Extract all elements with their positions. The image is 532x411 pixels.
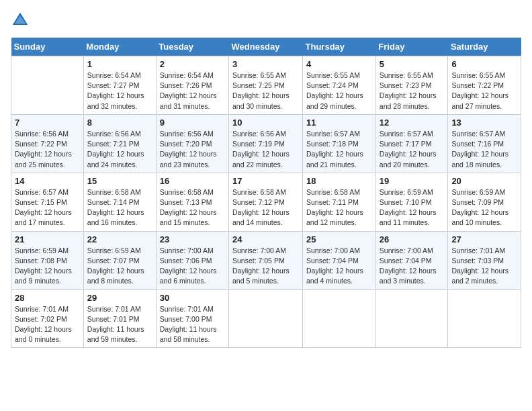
day-info: Sunrise: 6:56 AM Sunset: 7:19 PM Dayligh… — [232, 129, 299, 170]
calendar-cell: 28Sunrise: 7:01 AM Sunset: 7:02 PM Dayli… — [11, 289, 84, 348]
day-number: 15 — [87, 176, 152, 186]
day-number: 16 — [160, 176, 225, 186]
day-number: 17 — [232, 176, 299, 186]
calendar-cell: 21Sunrise: 6:59 AM Sunset: 7:08 PM Dayli… — [11, 231, 84, 289]
calendar-cell — [229, 289, 303, 348]
day-number: 12 — [380, 118, 445, 128]
calendar-cell: 10Sunrise: 6:56 AM Sunset: 7:19 PM Dayli… — [229, 114, 303, 173]
calendar-header: SundayMondayTuesdayWednesdayThursdayFrid… — [11, 38, 521, 56]
day-number: 11 — [306, 118, 372, 128]
calendar-cell: 26Sunrise: 7:00 AM Sunset: 7:04 PM Dayli… — [375, 231, 448, 289]
day-info: Sunrise: 6:59 AM Sunset: 7:10 PM Dayligh… — [380, 187, 445, 228]
day-number: 20 — [451, 176, 517, 186]
calendar-cell: 7Sunrise: 6:56 AM Sunset: 7:22 PM Daylig… — [11, 114, 84, 173]
calendar-cell: 22Sunrise: 6:59 AM Sunset: 7:07 PM Dayli… — [83, 231, 156, 289]
calendar-week-3: 14Sunrise: 6:57 AM Sunset: 7:15 PM Dayli… — [11, 173, 521, 231]
day-info: Sunrise: 7:00 AM Sunset: 7:05 PM Dayligh… — [232, 246, 299, 287]
day-number: 28 — [15, 293, 80, 303]
day-number: 27 — [451, 234, 517, 244]
day-number: 18 — [306, 176, 372, 186]
calendar-cell: 14Sunrise: 6:57 AM Sunset: 7:15 PM Dayli… — [11, 173, 84, 231]
day-info: Sunrise: 6:55 AM Sunset: 7:22 PM Dayligh… — [451, 71, 517, 111]
day-number: 8 — [87, 118, 152, 128]
calendar-cell: 16Sunrise: 6:58 AM Sunset: 7:13 PM Dayli… — [156, 173, 228, 231]
calendar-week-2: 7Sunrise: 6:56 AM Sunset: 7:22 PM Daylig… — [11, 114, 521, 173]
calendar-cell: 19Sunrise: 6:59 AM Sunset: 7:10 PM Dayli… — [375, 173, 448, 231]
day-info: Sunrise: 6:59 AM Sunset: 7:07 PM Dayligh… — [87, 246, 152, 287]
day-info: Sunrise: 7:01 AM Sunset: 7:02 PM Dayligh… — [15, 304, 80, 345]
day-info: Sunrise: 6:58 AM Sunset: 7:12 PM Dayligh… — [232, 187, 299, 228]
calendar-cell — [448, 289, 521, 348]
day-info: Sunrise: 6:57 AM Sunset: 7:17 PM Dayligh… — [380, 129, 445, 170]
calendar-cell: 27Sunrise: 7:01 AM Sunset: 7:03 PM Dayli… — [448, 231, 521, 289]
day-info: Sunrise: 6:59 AM Sunset: 7:08 PM Dayligh… — [15, 246, 80, 287]
calendar-cell: 29Sunrise: 7:01 AM Sunset: 7:01 PM Dayli… — [83, 289, 156, 348]
calendar-cell: 18Sunrise: 6:58 AM Sunset: 7:11 PM Dayli… — [303, 173, 376, 231]
day-number: 30 — [160, 293, 225, 303]
day-number: 22 — [87, 234, 152, 244]
day-info: Sunrise: 6:58 AM Sunset: 7:11 PM Dayligh… — [306, 187, 372, 228]
page-header — [11, 11, 521, 30]
day-number: 7 — [15, 118, 80, 128]
day-number: 29 — [87, 293, 152, 303]
calendar-cell: 23Sunrise: 7:00 AM Sunset: 7:06 PM Dayli… — [156, 231, 228, 289]
calendar-cell: 3Sunrise: 6:55 AM Sunset: 7:25 PM Daylig… — [229, 56, 303, 115]
day-info: Sunrise: 6:56 AM Sunset: 7:21 PM Dayligh… — [87, 129, 152, 170]
day-info: Sunrise: 6:57 AM Sunset: 7:15 PM Dayligh… — [15, 187, 80, 228]
weekday-row: SundayMondayTuesdayWednesdayThursdayFrid… — [11, 38, 521, 56]
calendar-cell: 20Sunrise: 6:59 AM Sunset: 7:09 PM Dayli… — [448, 173, 521, 231]
day-info: Sunrise: 7:01 AM Sunset: 7:01 PM Dayligh… — [87, 304, 152, 345]
day-info: Sunrise: 7:01 AM Sunset: 7:00 PM Dayligh… — [160, 304, 225, 345]
day-number: 2 — [160, 59, 225, 69]
day-info: Sunrise: 6:59 AM Sunset: 7:09 PM Dayligh… — [451, 187, 517, 228]
day-info: Sunrise: 6:58 AM Sunset: 7:14 PM Dayligh… — [87, 187, 152, 228]
day-info: Sunrise: 6:56 AM Sunset: 7:20 PM Dayligh… — [160, 129, 225, 170]
calendar-cell — [375, 289, 448, 348]
day-number: 10 — [232, 118, 299, 128]
weekday-header-friday: Friday — [375, 38, 448, 56]
day-number: 9 — [160, 118, 225, 128]
calendar-cell: 15Sunrise: 6:58 AM Sunset: 7:14 PM Dayli… — [83, 173, 156, 231]
calendar-cell: 2Sunrise: 6:54 AM Sunset: 7:26 PM Daylig… — [156, 56, 228, 115]
calendar-cell: 24Sunrise: 7:00 AM Sunset: 7:05 PM Dayli… — [229, 231, 303, 289]
logo — [11, 11, 32, 30]
calendar-cell: 9Sunrise: 6:56 AM Sunset: 7:20 PM Daylig… — [156, 114, 228, 173]
calendar-cell: 8Sunrise: 6:56 AM Sunset: 7:21 PM Daylig… — [83, 114, 156, 173]
calendar-cell: 6Sunrise: 6:55 AM Sunset: 7:22 PM Daylig… — [448, 56, 521, 115]
day-number: 21 — [15, 234, 80, 244]
day-number: 13 — [451, 118, 517, 128]
day-info: Sunrise: 6:54 AM Sunset: 7:27 PM Dayligh… — [87, 71, 152, 111]
calendar-cell: 4Sunrise: 6:55 AM Sunset: 7:24 PM Daylig… — [303, 56, 376, 115]
day-info: Sunrise: 6:57 AM Sunset: 7:16 PM Dayligh… — [451, 129, 517, 170]
day-info: Sunrise: 6:56 AM Sunset: 7:22 PM Dayligh… — [15, 129, 80, 170]
day-number: 14 — [15, 176, 80, 186]
calendar-cell: 12Sunrise: 6:57 AM Sunset: 7:17 PM Dayli… — [375, 114, 448, 173]
day-info: Sunrise: 7:00 AM Sunset: 7:04 PM Dayligh… — [380, 246, 445, 287]
weekday-header-sunday: Sunday — [11, 38, 84, 56]
day-info: Sunrise: 6:55 AM Sunset: 7:23 PM Dayligh… — [380, 71, 445, 111]
weekday-header-thursday: Thursday — [303, 38, 376, 56]
calendar-cell: 11Sunrise: 6:57 AM Sunset: 7:18 PM Dayli… — [303, 114, 376, 173]
day-info: Sunrise: 7:00 AM Sunset: 7:06 PM Dayligh… — [160, 246, 225, 287]
day-info: Sunrise: 6:54 AM Sunset: 7:26 PM Dayligh… — [160, 71, 225, 111]
calendar-cell — [303, 289, 376, 348]
day-number: 5 — [380, 59, 445, 69]
calendar-cell: 5Sunrise: 6:55 AM Sunset: 7:23 PM Daylig… — [375, 56, 448, 115]
calendar-week-5: 28Sunrise: 7:01 AM Sunset: 7:02 PM Dayli… — [11, 289, 521, 348]
day-number: 19 — [380, 176, 445, 186]
day-number: 25 — [306, 234, 372, 244]
day-number: 23 — [160, 234, 225, 244]
weekday-header-monday: Monday — [83, 38, 156, 56]
calendar-cell: 13Sunrise: 6:57 AM Sunset: 7:16 PM Dayli… — [448, 114, 521, 173]
calendar-table: SundayMondayTuesdayWednesdayThursdayFrid… — [11, 38, 521, 348]
calendar-body: 1Sunrise: 6:54 AM Sunset: 7:27 PM Daylig… — [11, 56, 521, 348]
weekday-header-tuesday: Tuesday — [156, 38, 228, 56]
calendar-cell: 30Sunrise: 7:01 AM Sunset: 7:00 PM Dayli… — [156, 289, 228, 348]
calendar-week-1: 1Sunrise: 6:54 AM Sunset: 7:27 PM Daylig… — [11, 56, 521, 115]
day-number: 3 — [232, 59, 299, 69]
day-number: 26 — [380, 234, 445, 244]
calendar-cell: 25Sunrise: 7:00 AM Sunset: 7:04 PM Dayli… — [303, 231, 376, 289]
day-info: Sunrise: 7:01 AM Sunset: 7:03 PM Dayligh… — [451, 246, 517, 287]
day-number: 24 — [232, 234, 299, 244]
day-info: Sunrise: 7:00 AM Sunset: 7:04 PM Dayligh… — [306, 246, 372, 287]
